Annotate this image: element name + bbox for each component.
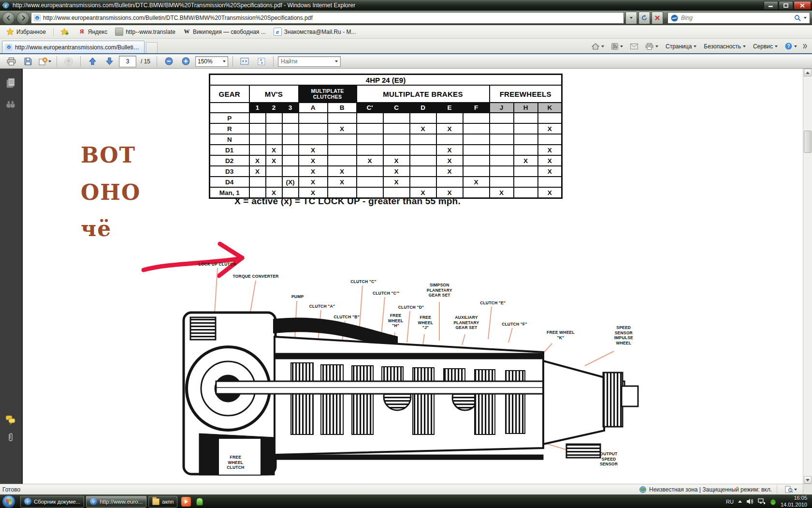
separator [157,56,157,67]
diagram-label: PUMP [291,294,304,299]
help-button[interactable]: ? [783,42,798,51]
read-mail-button[interactable] [629,43,639,50]
gear-table-cell [436,177,463,187]
zoom-in-button[interactable] [178,56,193,67]
page-menu[interactable]: Страница [664,42,698,51]
media-player-icon[interactable] [181,497,191,507]
page-number-input[interactable] [119,56,136,67]
overflow-chevron-icon[interactable] [803,44,807,49]
pdf-save-button[interactable] [21,56,35,67]
search-box[interactable]: Bing [667,12,810,24]
maximize-button[interactable] [779,1,793,10]
pdf-page: 4HP 24 (E9)GEARMV'SMULTIPLATE CLUTCHESMU… [23,69,803,484]
home-button[interactable] [590,42,606,51]
minimize-button[interactable] [764,1,778,10]
gear-table-cell [514,113,538,123]
clock[interactable]: 16:05 14.01.2010 [781,495,807,508]
comments-panel-button[interactable] [4,413,17,427]
gear-table-cell [282,113,299,123]
pdf-email-button[interactable] [38,56,52,67]
up-arrow-icon [806,72,810,74]
favorites-bar-link[interactable]: http--www.translate [111,27,179,37]
favorites-button-label: Избранное [16,29,46,35]
pdf-print-button[interactable] [4,56,18,67]
svg-text:e: e [8,45,10,49]
feeds-button[interactable] [610,42,624,51]
pdf-tool-button-disabled[interactable] [61,56,76,67]
refresh-button[interactable] [638,12,650,24]
next-page-button[interactable] [102,56,116,67]
network-icon[interactable] [758,498,766,505]
forward-button[interactable] [16,12,29,25]
zoom-level-select[interactable]: 150% [195,56,228,67]
print-button[interactable] [644,42,660,51]
diagram-label: FREE WHEEL "K" [547,330,575,340]
gear-table-cell [490,177,514,187]
taskbar-task-button[interactable]: ehttp://www.euro... [86,496,146,508]
back-button[interactable] [2,12,15,25]
close-button[interactable] [794,1,811,10]
safety-menu[interactable]: Безопасность [702,42,747,51]
start-button[interactable] [2,495,15,508]
volume-icon[interactable] [746,498,754,505]
search-dropdown-icon[interactable] [804,17,807,19]
find-input[interactable]: Найти [278,56,341,67]
favorites-bar-link[interactable]: ЯЯндекс [74,27,111,36]
scrollbar-thumb[interactable] [804,131,812,153]
attachments-panel-button[interactable] [4,431,17,444]
gear-table-cell [463,113,490,123]
fit-width-icon [240,58,249,65]
diagram-label: SPEED SENSOR IMPULSE WHEEL [614,325,633,346]
address-dropdown-button[interactable] [625,12,637,24]
favorites-bar-link[interactable]: eЗнакомства@Mail.Ru - M... [270,27,360,37]
favorites-button[interactable]: Избранное [3,27,49,36]
gear-table-cell: X [383,155,410,166]
table-group-header: GEAR [210,85,249,103]
zoom-out-button[interactable] [161,56,176,67]
pages-panel-button[interactable] [4,76,17,90]
tools-menu[interactable]: Сервис [752,42,779,51]
gear-table-cell [299,113,328,123]
page-zoom-control[interactable] [782,486,800,493]
annotation-text-line: ОНО [81,180,141,205]
security-zone-globe-icon [639,486,646,493]
gear-table-cell: X [436,145,463,155]
gear-table-cell [282,123,299,134]
new-tab-button[interactable] [146,42,158,53]
bookmarks-panel-button[interactable] [4,98,17,111]
gear-table-cell [490,145,514,155]
scroll-down-button[interactable] [804,476,812,484]
active-tab[interactable]: e http://www.europeantransmissions.com/B… [2,41,145,53]
fit-width-button[interactable] [237,56,252,67]
taskbar-task-button[interactable]: eСборник докуме... [20,496,84,508]
find-placeholder: Найти [281,58,297,65]
favorites-bar-link[interactable]: WВикипедия — свободная ... [179,27,270,36]
gear-table-cell [266,134,282,145]
stop-button[interactable] [652,12,663,24]
qip-tray-icon[interactable] [770,498,776,505]
reader-sidebar [0,69,23,484]
search-icon[interactable] [794,15,801,21]
table-column-header: H [514,103,538,113]
address-bar-input[interactable]: e http://www.europeantransmissions.com/B… [31,12,624,24]
table-group-header: MULTIPLATE BRAKES [357,85,490,103]
scroll-up-button[interactable] [804,69,812,76]
gear-table-cell [266,123,282,134]
table-group-header: MULTIPLATE CLUTCHES [299,85,357,103]
fit-page-button[interactable] [254,56,269,67]
favorites-link-label: Яндекс [88,29,107,35]
qip-messenger-icon[interactable] [195,497,204,507]
gear-table-cell [463,187,490,198]
gear-table-cell [538,177,562,187]
show-hidden-icons-button[interactable] [738,500,742,503]
add-favorite-button[interactable] [58,27,72,36]
svg-text:e: e [36,16,38,20]
windows-flag-icon [5,498,12,505]
vertical-scrollbar[interactable] [803,69,812,484]
taskbar-task-button[interactable]: акпп [148,496,177,508]
previous-page-button[interactable] [85,56,100,67]
page-zoom-icon [785,486,793,493]
gear-table-cell [514,166,538,177]
language-indicator[interactable]: RU [726,499,734,505]
gear-table-cell [249,177,266,187]
